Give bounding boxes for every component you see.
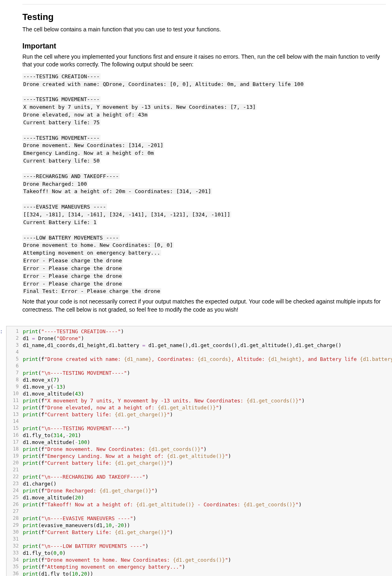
- expected-output-line: Final Test: Error - Please charge the dr…: [22, 288, 161, 294]
- code-line[interactable]: print("\n----TESTING MOVEMENT----"): [23, 425, 392, 432]
- code-line[interactable]: d1.fly_to(0,0): [23, 550, 392, 556]
- expected-output-line: Current Battery Life: 1: [22, 219, 97, 225]
- code-line[interactable]: print(evasive_maneuvers(d1,10,-20)): [23, 522, 392, 529]
- important-heading: Important: [22, 42, 386, 51]
- code-line[interactable]: d1.move_altitude(-100): [23, 439, 392, 446]
- code-line[interactable]: d1.fly_to(314,-201): [23, 432, 392, 439]
- expected-output-line: X movement by 7 units, Y movement by -13…: [22, 104, 256, 110]
- expected-output-line: ----TESTING MOVEMENT----: [22, 135, 101, 141]
- expected-output-line: Error - Please charge the drone: [22, 281, 123, 287]
- expected-output-line: Current battery life: 75: [22, 119, 101, 125]
- expected-output-line: Takeoff! Now at a height of: 20m - Coord…: [22, 188, 212, 194]
- expected-output-line: Attempting movement on emergency battery…: [22, 250, 161, 256]
- separator: [22, 4, 386, 4]
- code-line[interactable]: print(f"Current Battery Life: {d1.get_ch…: [23, 529, 392, 536]
- code-input-area[interactable]: 1234567891011121314151617181920212223242…: [6, 326, 392, 576]
- expected-output-line: ----TESTING MOVEMENT----: [22, 96, 101, 102]
- code-line[interactable]: d1.move_altitude(43): [23, 390, 392, 397]
- note-text: Note that your code is not necessarily c…: [22, 298, 386, 314]
- expected-output-line: ----RECHARGING AND TAKEOFF----: [22, 173, 120, 179]
- code-line[interactable]: print("\n----RECHARGING AND TAKEOFF----"…: [23, 473, 392, 480]
- important-intro-text: Run the cell where you implemented your …: [22, 53, 386, 69]
- code-line[interactable]: [23, 536, 392, 543]
- expected-output-line: Drone created with name: QDrone, Coordin…: [22, 81, 304, 87]
- code-line[interactable]: print(f"Takeoff! Now at a height of: {d1…: [23, 501, 392, 508]
- code-line[interactable]: [23, 349, 392, 356]
- expected-output-line: Error - Please charge the drone: [22, 273, 123, 279]
- expected-output-line: Drone movement to home. New Coordinates:…: [22, 242, 174, 248]
- code-line[interactable]: print(f"Current battery life: {d1.get_ch…: [23, 411, 392, 418]
- expected-output-line: Error - Please charge the drone: [22, 265, 123, 271]
- code-line[interactable]: d1.move_y(-13): [23, 383, 392, 390]
- cell-prompt: In [ ]:: [0, 326, 6, 576]
- code-line[interactable]: print(f"Drone movement to home. New Coor…: [23, 556, 392, 563]
- code-line[interactable]: print(d1.fly_to(10,20)): [23, 570, 392, 576]
- expected-output-block: ----TESTING CREATION---- Drone created w…: [22, 73, 386, 295]
- code-line[interactable]: d1.move_x(7): [23, 376, 392, 383]
- expected-output-line: Current battery life: 50: [22, 158, 101, 164]
- code-line[interactable]: print("\n----LOW BATTERY MOVEMENTS ----"…: [23, 543, 392, 550]
- code-line[interactable]: print(f"Drone Recharged: {d1.get_charge(…: [23, 487, 392, 494]
- expected-output-line: Error - Please charge the drone: [22, 257, 123, 264]
- expected-output-line: Emergency Landing. Now at a height of: 0…: [22, 150, 155, 156]
- code-line[interactable]: d1_name,d1_coords,d1_height,d1.battery =…: [23, 342, 392, 349]
- code-line[interactable]: print(f"Attempting movement on emergency…: [23, 563, 392, 570]
- code-line[interactable]: print(f"Drone created with name: {d1_nam…: [23, 356, 392, 363]
- code-line[interactable]: [23, 363, 392, 369]
- code-line[interactable]: print("\n----EVASIVE MANEUVERS ----"): [23, 515, 392, 522]
- code-cell: In [ ]: 12345678910111213141516171819202…: [0, 326, 392, 576]
- code-line[interactable]: [23, 418, 392, 425]
- expected-output-line: [[324, -181], [314, -161], [324, -141], …: [22, 211, 231, 218]
- expected-output-line: Drone Recharged: 100: [22, 181, 88, 187]
- code-line[interactable]: print("----TESTING CREATION----"): [23, 328, 392, 335]
- expected-output-line: ----TESTING CREATION----: [22, 73, 101, 79]
- expected-output-line: ----LOW BATTERY MOVEMENTS ----: [22, 235, 120, 241]
- expected-output-line: Drone elevated, now at a height of: 43m: [22, 112, 148, 118]
- expected-output-line: ----EVASIVE MANEUVERS ----: [22, 204, 107, 210]
- code-line[interactable]: print(f"Emergency Landing. Now at a heig…: [23, 453, 392, 459]
- code-gutter: 1234567891011121314151617181920212223242…: [7, 326, 20, 576]
- testing-intro-text: The cell below contains a main function …: [22, 26, 386, 34]
- code-line[interactable]: [23, 508, 392, 515]
- expected-output-line: Drone movement. New Coordinates: [314, -…: [22, 142, 164, 148]
- code-line[interactable]: d1.charge(): [23, 480, 392, 487]
- code-line[interactable]: print(f"Current battery life: {d1.get_ch…: [23, 459, 392, 466]
- code-lines[interactable]: print("----TESTING CREATION----")d1 = Dr…: [20, 326, 392, 576]
- code-line[interactable]: d1 = Drone("QDrone"): [23, 335, 392, 342]
- code-line[interactable]: d1.move_altitude(20): [23, 494, 392, 501]
- testing-heading: Testing: [22, 12, 386, 22]
- code-line[interactable]: print("\n----TESTING MOVEMENT----"): [23, 369, 392, 376]
- code-line[interactable]: print(f"Drone elevated, now at a height …: [23, 404, 392, 411]
- code-line[interactable]: [23, 466, 392, 473]
- code-line[interactable]: print(f"X movement by 7 units, Y movemen…: [23, 397, 392, 404]
- code-line[interactable]: print(f"Drone movement. New Coordinates:…: [23, 446, 392, 453]
